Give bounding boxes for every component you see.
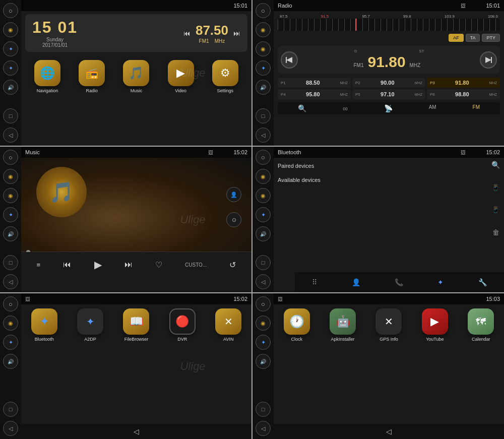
radio-fm-btn[interactable]: FM <box>473 104 480 112</box>
apps1-back-btn[interactable]: ◁ <box>3 421 18 436</box>
music-prev-btn[interactable]: ⏮ <box>63 260 71 269</box>
app-avin[interactable]: ✕ AVIN <box>215 308 241 342</box>
apps2-knob-btn[interactable]: ◉ <box>256 316 271 331</box>
music-vol-btn[interactable]: 🔊 <box>3 226 18 241</box>
app-filebrowser[interactable]: 📖 FileBrowser <box>123 308 149 342</box>
a2dp-label: A2DP <box>84 337 96 342</box>
bt-square-btn[interactable]: □ <box>256 255 271 270</box>
radio-back-btn[interactable]: ◁ <box>256 128 271 143</box>
pty-button[interactable]: PTY <box>482 34 500 42</box>
next-track-btn[interactable]: ⏭ <box>233 29 240 37</box>
preset-p6[interactable]: P6 98.80 MHZ <box>427 89 500 99</box>
volume-button[interactable]: 🔊 <box>3 80 18 95</box>
apps2-vol-btn[interactable]: 🔊 <box>256 354 271 369</box>
music-title: Music <box>25 149 40 155</box>
radio-knob-btn[interactable]: ◉ <box>256 22 271 37</box>
preset-p3[interactable]: P3 91.80 MHZ <box>427 78 500 88</box>
app-bluetooth[interactable]: ✦ Bluetooth <box>31 308 57 342</box>
music-user-icon[interactable]: 👤 <box>226 187 241 202</box>
apps1-back-nav[interactable]: ◁ <box>132 425 141 437</box>
apps1-square-btn[interactable]: □ <box>3 402 18 417</box>
radio-search-btn[interactable]: 🔍 <box>298 104 306 112</box>
music-knob-btn[interactable]: ◉ <box>3 169 18 184</box>
app-a2dp[interactable]: ✦ A2DP <box>77 308 103 342</box>
bluetooth-button1[interactable]: ✦ <box>3 41 18 56</box>
preset-p5[interactable]: P5 97.10 MHZ <box>352 89 425 99</box>
home-square-button[interactable]: □ <box>3 108 18 123</box>
apps1-bt-btn[interactable]: ✦ <box>3 335 18 350</box>
music-play-btn[interactable]: ▶ <box>94 259 102 271</box>
bt-phone-icon2[interactable]: 📱 <box>492 206 499 213</box>
music-circle-icon[interactable]: ⊙ <box>226 212 241 227</box>
bt-power-btn[interactable]: ○ <box>256 150 271 165</box>
app-dvr[interactable]: 🔴 DVR <box>169 308 196 342</box>
music-next-btn[interactable]: ⏭ <box>124 260 133 269</box>
panel-radio: ○ ◉ ◉ ✦ 🔊 □ ◁ Radio 🖼 15:01 87.5 91.5 95… <box>253 0 504 146</box>
bt-back-btn[interactable]: ◁ <box>256 274 271 289</box>
ta-button[interactable]: TA <box>466 34 480 42</box>
radio-st-label: ST <box>419 49 424 53</box>
app-music[interactable]: 🎵 Music <box>123 60 149 93</box>
back-button[interactable]: ◁ <box>3 128 18 143</box>
dvr-icon: 🔴 <box>169 308 196 335</box>
bt-search-icon[interactable]: 🔍 <box>491 161 500 169</box>
music-back-btn[interactable]: ◁ <box>3 274 18 289</box>
bt-trash-icon[interactable]: 🗑 <box>492 228 499 236</box>
app-clock[interactable]: 🕐 Clock <box>284 308 310 342</box>
radio-am-btn[interactable]: AM <box>429 104 436 112</box>
music-knob2-btn[interactable]: ◉ <box>3 188 18 203</box>
prev-track-btn[interactable]: ⏮ <box>183 29 191 37</box>
radio-square-btn[interactable]: □ <box>256 108 271 123</box>
radio-prev-btn[interactable] <box>281 51 298 69</box>
app-youtube[interactable]: ▶ YouTube <box>422 308 448 342</box>
bt-bt-btn[interactable]: ✦ <box>256 207 271 222</box>
preset-p4[interactable]: P4 95.80 MHZ <box>278 89 351 99</box>
apps1-power-btn[interactable]: ○ <box>3 296 18 311</box>
app-video[interactable]: ▶ Video <box>168 60 194 93</box>
radio-next-btn[interactable] <box>480 51 497 69</box>
apps2-square-btn[interactable]: □ <box>256 402 271 417</box>
apps1-vol-btn[interactable]: 🔊 <box>3 354 18 369</box>
music-square-btn[interactable]: □ <box>3 255 18 270</box>
music-power-btn[interactable]: ○ <box>3 150 18 165</box>
apps2-back-nav[interactable]: ◁ <box>384 425 394 437</box>
apps2-back-btn[interactable]: ◁ <box>256 421 271 436</box>
bt-phone-call-icon[interactable]: 📞 <box>395 278 403 286</box>
radio-bt-btn[interactable]: ✦ <box>256 60 271 76</box>
panel-home: ○ ◉ ✦ ✦ 🔊 □ ◁ 15:01 15 01 Sunday 2017/01… <box>0 0 251 146</box>
music-playlist-btn[interactable]: ≡ <box>37 261 41 269</box>
radio-power-btn[interactable]: ○ <box>256 3 271 18</box>
app-settings[interactable]: ⚙ Settings <box>212 60 238 93</box>
app-gpsinfo[interactable]: ✕ GPS Info <box>375 308 402 342</box>
app-navigation[interactable]: 🌐 Navigation <box>34 60 60 93</box>
bt-vol-btn[interactable]: 🔊 <box>256 226 271 241</box>
preset-p2[interactable]: P2 90.00 MHZ <box>352 78 425 88</box>
bluetooth-button2[interactable]: ✦ <box>3 60 18 76</box>
bt-knob-btn[interactable]: ◉ <box>256 169 271 184</box>
bt-wrench-icon[interactable]: 🔧 <box>478 278 487 286</box>
radio-scan-btn[interactable]: ∞ <box>343 104 348 112</box>
preset-p1[interactable]: P1 88.50 MHZ <box>278 78 351 88</box>
bt-phone-icon1[interactable]: 📱 <box>492 184 499 191</box>
app-calendar[interactable]: 🗺 Calendar <box>468 308 494 342</box>
radio-knob2-btn[interactable]: ◉ <box>256 41 271 56</box>
apps2-power-btn[interactable]: ○ <box>256 296 271 311</box>
power-button[interactable]: ○ <box>3 3 18 18</box>
home-body: 15 01 Sunday 2017/01/01 ⏮ 87.50 FM1 MHz <box>21 0 251 99</box>
knob-button[interactable]: ◉ <box>3 22 18 37</box>
bt-knob2-btn[interactable]: ◉ <box>256 188 271 203</box>
app-apkinstaller[interactable]: 🤖 ApkInstaller <box>330 308 356 342</box>
bt-grid-icon[interactable]: ⠿ <box>312 278 317 286</box>
bt-bluetooth-icon[interactable]: ✦ <box>437 278 444 286</box>
app-radio[interactable]: 📻 Radio <box>79 60 105 93</box>
apps1-knob-btn[interactable]: ◉ <box>3 316 18 331</box>
radio-antenna-btn[interactable]: 📡 <box>384 104 393 112</box>
music-heart-btn[interactable]: ♡ <box>155 260 162 270</box>
radio-vol-btn[interactable]: 🔊 <box>256 80 271 95</box>
bt-user-icon[interactable]: 👤 <box>352 278 360 286</box>
music-custom-btn[interactable]: CUSTO... <box>185 262 207 268</box>
af-button[interactable]: AF <box>449 34 464 42</box>
music-repeat-btn[interactable]: ↺ <box>229 260 236 270</box>
apps2-bt-btn[interactable]: ✦ <box>256 335 271 350</box>
music-bt-btn[interactable]: ✦ <box>3 207 18 222</box>
